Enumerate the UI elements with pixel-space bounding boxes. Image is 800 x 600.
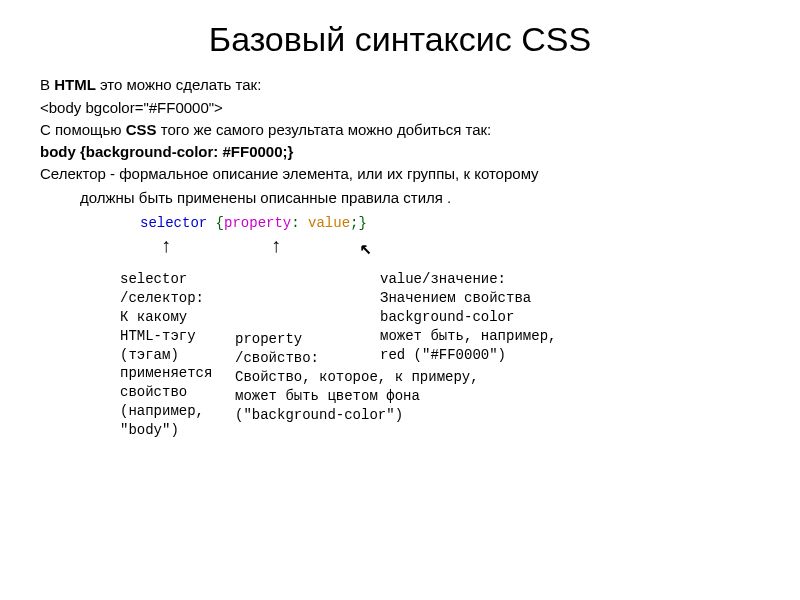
selector-definition-2: должны быть применены описанные правила …	[80, 188, 760, 208]
syntax-property: property	[224, 215, 291, 231]
syntax-end: ;}	[350, 215, 367, 231]
text: В	[40, 76, 54, 93]
text-bold: CSS	[126, 121, 157, 138]
text: того же самого результата можно добиться…	[157, 121, 492, 138]
arrow-up-icon: ↑	[160, 235, 172, 258]
text: это можно сделать так:	[96, 76, 262, 93]
syntax-value: value	[308, 215, 350, 231]
annotation-value: value/значение: Значением свойства backg…	[380, 270, 556, 364]
css-code-example: body {background-color: #FF0000;}	[40, 143, 760, 160]
html-code-example: <body bgcolor="#FF0000">	[40, 99, 760, 116]
syntax-colon: :	[291, 215, 308, 231]
syntax-lbrace: {	[207, 215, 224, 231]
syntax-line: selector {property: value;}	[140, 215, 367, 231]
arrow-up-icon: ↖	[360, 235, 372, 260]
page-title: Базовый синтаксис CSS	[40, 20, 760, 59]
intro-html: В HTML это можно сделать так:	[40, 75, 760, 95]
arrow-up-icon: ↑	[270, 235, 282, 258]
annotation-selector: selector /селектор: К какому HTML-тэгу (…	[120, 270, 212, 440]
selector-definition-1: Селектор - формальное описание элемента,…	[40, 164, 760, 184]
intro-css: С помощью CSS того же самого результата …	[40, 120, 760, 140]
text-bold: HTML	[54, 76, 96, 93]
syntax-selector: selector	[140, 215, 207, 231]
text: С помощью	[40, 121, 126, 138]
syntax-diagram: selector {property: value;} ↑ ↑ ↖ select…	[140, 215, 760, 495]
